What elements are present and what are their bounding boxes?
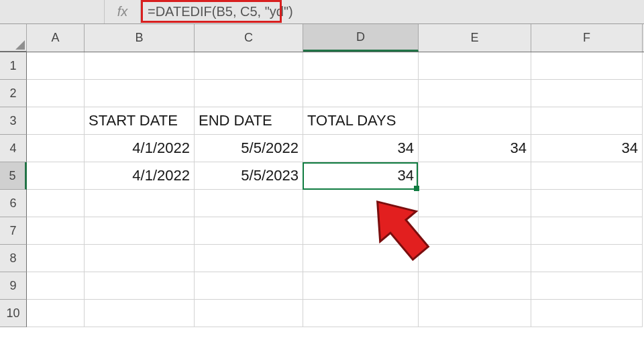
column-header-a[interactable]: A: [27, 24, 85, 52]
cell-a7[interactable]: [27, 217, 85, 245]
cell-d5[interactable]: 34: [303, 162, 419, 190]
cell-a1[interactable]: [27, 52, 85, 80]
cell-a6[interactable]: [27, 190, 85, 217]
cell-b10[interactable]: [85, 300, 195, 327]
cell-e9[interactable]: [419, 272, 531, 300]
cell-c3[interactable]: END DATE: [195, 107, 303, 135]
column-header-c[interactable]: C: [195, 24, 303, 52]
row-header-9[interactable]: 9: [0, 272, 27, 300]
cell-a4[interactable]: [27, 135, 85, 162]
row-header-1[interactable]: 1: [0, 52, 27, 80]
cell-d9[interactable]: [303, 272, 419, 300]
cell-c6[interactable]: [195, 190, 303, 217]
cell-d2[interactable]: [303, 80, 419, 107]
cell-d1[interactable]: [303, 52, 419, 80]
cell-a10[interactable]: [27, 300, 85, 327]
cell-e7[interactable]: [419, 217, 531, 245]
cell-f7[interactable]: [531, 217, 643, 245]
cell-d8[interactable]: [303, 245, 419, 272]
row-header-7[interactable]: 7: [0, 217, 27, 245]
cell-f1[interactable]: [531, 52, 643, 80]
cell-e2[interactable]: [419, 80, 531, 107]
cell-e10[interactable]: [419, 300, 531, 327]
cell-c8[interactable]: [195, 245, 303, 272]
cell-d6[interactable]: [303, 190, 419, 217]
row-header-6[interactable]: 6: [0, 190, 27, 217]
cell-b3[interactable]: START DATE: [85, 107, 195, 135]
cell-f9[interactable]: [531, 272, 643, 300]
select-all-corner[interactable]: [0, 24, 27, 52]
formula-input[interactable]: =DATEDIF(B5, C5, "yd"): [141, 0, 644, 23]
cell-f4[interactable]: 34: [531, 135, 643, 162]
row-header-5[interactable]: 5: [0, 162, 27, 190]
cell-a5[interactable]: [27, 162, 85, 190]
cell-d10[interactable]: [303, 300, 419, 327]
cell-c5[interactable]: 5/5/2023: [195, 162, 303, 190]
column-headers: A B C D E F: [0, 24, 644, 52]
cell-e4[interactable]: 34: [419, 135, 531, 162]
cell-d3[interactable]: TOTAL DAYS: [303, 107, 419, 135]
cell-c4[interactable]: 5/5/2022: [195, 135, 303, 162]
cell-c9[interactable]: [195, 272, 303, 300]
cell-f8[interactable]: [531, 245, 643, 272]
column-header-f[interactable]: F: [531, 24, 643, 52]
cell-e5[interactable]: [419, 162, 531, 190]
cell-a3[interactable]: [27, 107, 85, 135]
row-header-2[interactable]: 2: [0, 80, 27, 107]
cell-b4[interactable]: 4/1/2022: [85, 135, 195, 162]
worksheet-grid: 1 2 3 START DATE END DATE TOTAL DAYS 4 4…: [0, 52, 644, 327]
cell-b8[interactable]: [85, 245, 195, 272]
column-header-d[interactable]: D: [303, 24, 419, 52]
row-header-3[interactable]: 3: [0, 107, 27, 135]
formula-bar: fx =DATEDIF(B5, C5, "yd"): [0, 0, 644, 24]
row-header-10[interactable]: 10: [0, 300, 27, 327]
cell-b9[interactable]: [85, 272, 195, 300]
cell-f3[interactable]: [531, 107, 643, 135]
cell-f10[interactable]: [531, 300, 643, 327]
formula-text: =DATEDIF(B5, C5, "yd"): [148, 4, 293, 19]
cell-d7[interactable]: [303, 217, 419, 245]
cell-a2[interactable]: [27, 80, 85, 107]
cell-c1[interactable]: [195, 52, 303, 80]
cell-b1[interactable]: [85, 52, 195, 80]
row-header-8[interactable]: 8: [0, 245, 27, 272]
fx-icon[interactable]: fx: [105, 0, 141, 23]
cell-b5[interactable]: 4/1/2022: [85, 162, 195, 190]
cell-e8[interactable]: [419, 245, 531, 272]
cell-c7[interactable]: [195, 217, 303, 245]
cell-a9[interactable]: [27, 272, 85, 300]
row-header-4[interactable]: 4: [0, 135, 27, 162]
cell-a8[interactable]: [27, 245, 85, 272]
cell-b2[interactable]: [85, 80, 195, 107]
cell-c2[interactable]: [195, 80, 303, 107]
cell-c10[interactable]: [195, 300, 303, 327]
cell-d4[interactable]: 34: [303, 135, 419, 162]
cell-e6[interactable]: [419, 190, 531, 217]
cell-f6[interactable]: [531, 190, 643, 217]
column-header-b[interactable]: B: [85, 24, 195, 52]
cell-f5[interactable]: [531, 162, 643, 190]
cell-b6[interactable]: [85, 190, 195, 217]
cell-e1[interactable]: [419, 52, 531, 80]
cell-e3[interactable]: [419, 107, 531, 135]
name-box[interactable]: [0, 0, 105, 23]
column-header-e[interactable]: E: [419, 24, 531, 52]
cell-f2[interactable]: [531, 80, 643, 107]
cell-b7[interactable]: [85, 217, 195, 245]
